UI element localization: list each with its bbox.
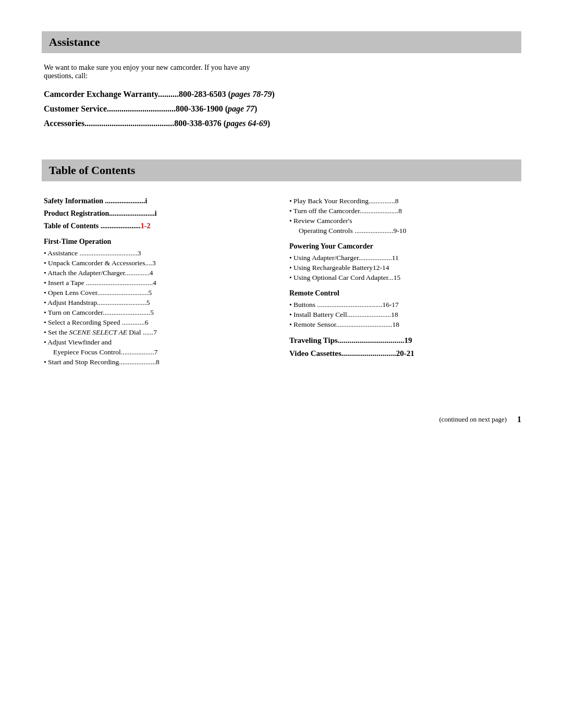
- toc-turn-off-label: Turn off the Camcorder: [293, 207, 360, 215]
- toc-buttons-label: Buttons: [293, 301, 317, 309]
- toc-item-rechargeable: • Using Rechargeable Battery12-14: [289, 264, 519, 272]
- assistance-header: Assistance: [42, 31, 521, 53]
- customer-service-label: Customer Service: [44, 104, 107, 113]
- toc-rec-speed-label: Select a Recording Speed: [48, 318, 122, 326]
- toc-viewfinder-label: Adjust Viewfinder and: [47, 338, 112, 346]
- assistance-intro: We want to make sure you enjoy your new …: [42, 64, 521, 80]
- warranty-label: Camcorder Exchange Warranty: [44, 90, 158, 98]
- toc-safety-info: Safety Information .....................…: [44, 197, 274, 205]
- toc-product-registration: Product Registration....................…: [44, 209, 274, 218]
- assistance-title: Assistance: [49, 35, 514, 49]
- assistance-intro-line2: questions, call:: [44, 72, 88, 80]
- toc-unpack-label: Unpack Camcorder & Accessories: [48, 259, 145, 267]
- customer-service-phone: 800-336-1900: [176, 104, 223, 113]
- warranty-phone: 800-283-6503: [179, 90, 226, 98]
- toc-item-turn-off: • Turn off the Camcorder................…: [289, 207, 519, 215]
- toc-header: Table of Contents: [42, 159, 521, 181]
- toc-turn-on-label: Turn on Camcorder: [48, 309, 103, 316]
- toc-item-adapter-charger: • Using Adapter/Charger.................…: [289, 254, 519, 262]
- toc-safety-label: Safety Information: [44, 197, 105, 205]
- toc-eyepiece-label: Eyepiece Focus Control: [53, 348, 121, 356]
- toc-item-remote-sensor: • Remote Sensor.........................…: [289, 320, 519, 329]
- toc-item-turn-on: • Turn on Camcorder.....................…: [44, 309, 274, 317]
- toc-traveling-tips: Traveling Tips..........................…: [289, 336, 519, 345]
- footer: (continued on next page) 1: [42, 415, 521, 424]
- toc-item-handstrap: • Adjust Handstrap......................…: [44, 299, 274, 307]
- toc-item-assistance: • Assistance ...........................…: [44, 249, 274, 257]
- toc-item-attach-adapter: • Attach the Adapter/Charger............…: [44, 269, 274, 277]
- customer-service-pages: page 77: [228, 104, 254, 113]
- footer-page-number: 1: [517, 415, 521, 424]
- toc-section: Table of Contents Safety Information ...…: [42, 159, 521, 373]
- toc-item-insert-tape: • Insert a Tape ........................…: [44, 279, 274, 287]
- toc-item-viewfinder: • Adjust Viewfinder and: [44, 338, 274, 347]
- toc-table-of-contents: Table of Contents ......................…: [44, 222, 274, 230]
- toc-item-start-stop: • Start and Stop Recording..............…: [44, 358, 274, 366]
- assistance-item-warranty: Camcorder Exchange Warranty..........800…: [42, 90, 521, 99]
- toc-toc-dots: ......................: [101, 222, 141, 230]
- toc-lens-label: Open Lens Cover: [48, 289, 97, 297]
- first-time-operation-title: First-Time Operation: [44, 238, 274, 246]
- toc-toc-label: Table of Contents: [44, 222, 101, 230]
- assistance-item-customer-service: Customer Service........................…: [42, 104, 521, 114]
- toc-review-label: Review Camcorder's: [293, 217, 352, 225]
- toc-item-operating-controls: Operating Controls .....................…: [289, 227, 519, 235]
- toc-item-eyepiece: Eyepiece Focus Control..................…: [44, 348, 274, 356]
- toc-right-column: • Play Back Your Recording..............…: [289, 197, 519, 368]
- accessories-label: Accessories: [44, 119, 84, 128]
- toc-item-review-controls: • Review Camcorder's: [289, 217, 519, 225]
- toc-battery-cell-label: Install Battery Cell: [293, 311, 347, 318]
- toc-item-buttons: • Buttons ..............................…: [289, 301, 519, 309]
- toc-reg-page: i: [155, 209, 157, 217]
- assistance-section: Assistance We want to make sure you enjo…: [42, 31, 521, 128]
- toc-item-unpack: • Unpack Camcorder & Accessories....3: [44, 259, 274, 267]
- toc-video-cassettes: Video Cassettes.........................…: [289, 349, 519, 358]
- toc-item-playback: • Play Back Your Recording..............…: [289, 197, 519, 205]
- toc-left-column: Safety Information .....................…: [44, 197, 274, 368]
- accessories-pages: pages 64-69: [226, 119, 267, 128]
- toc-safety-dots: ......................: [105, 197, 145, 205]
- customer-service-dots: .................................: [107, 104, 176, 113]
- toc-item-battery-cell: • Install Battery Cell..................…: [289, 311, 519, 319]
- toc-title: Table of Contents: [49, 164, 514, 177]
- toc-adapter-label: Using Adapter/Charger: [293, 254, 359, 262]
- accessories-dots: ........................................…: [84, 119, 174, 128]
- toc-item-open-lens: • Open Lens Cover.......................…: [44, 289, 274, 297]
- toc-playback-label: Play Back Your Recording: [293, 197, 369, 205]
- toc-attach-label: Attach the Adapter/Charger: [47, 269, 125, 277]
- toc-start-stop-label: Start and Stop Recording: [48, 358, 119, 366]
- toc-toc-page[interactable]: 1-2: [141, 222, 151, 230]
- toc-columns: Safety Information .....................…: [42, 192, 521, 373]
- toc-tape-label: Insert a Tape: [48, 279, 86, 287]
- assistance-item-accessories: Accessories.............................…: [42, 119, 521, 128]
- toc-safety-page: i: [145, 197, 147, 205]
- toc-item-recording-speed: • Select a Recording Speed .............…: [44, 318, 274, 327]
- toc-remote-sensor-label: Remote Sensor: [293, 320, 336, 328]
- toc-operating-label: Operating Controls: [299, 227, 354, 235]
- remote-group-title: Remote Control: [289, 289, 519, 298]
- warranty-dots: ..........: [158, 90, 179, 98]
- toc-scene-label: Set the SCENE SELECT AE Dial: [48, 328, 143, 336]
- toc-traveling-label: Traveling Tips: [289, 336, 338, 344]
- toc-reg-label: Product Registration: [44, 209, 109, 217]
- toc-car-cord-label: Using Optional Car Cord Adapter: [293, 274, 388, 281]
- accessories-phone: 800-338-0376: [174, 119, 222, 128]
- powering-group-title: Powering Your Camcorder: [289, 242, 519, 251]
- toc-item-car-cord: • Using Optional Car Cord Adapter...15: [289, 274, 519, 282]
- toc-assistance-label: Assistance: [47, 249, 79, 257]
- warranty-pages: pages 78-79: [231, 90, 272, 98]
- toc-handstrap-label: Adjust Handstrap: [47, 299, 97, 306]
- toc-video-label: Video Cassettes: [289, 349, 341, 357]
- toc-reg-dots: .........................: [109, 209, 155, 217]
- toc-item-scene-select: • Set the SCENE SELECT AE Dial ......7: [44, 328, 274, 337]
- toc-rechargeable-label: Using Rechargeable Battery: [293, 264, 373, 272]
- assistance-intro-line1: We want to make sure you enjoy your new …: [44, 64, 250, 71]
- footer-continued: (continued on next page): [439, 415, 507, 424]
